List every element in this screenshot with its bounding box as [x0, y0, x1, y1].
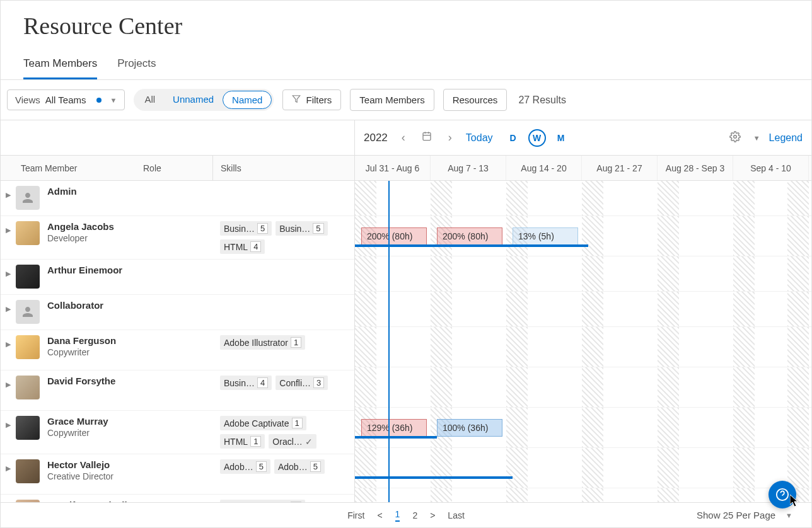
prev-period-icon[interactable]: ‹: [399, 129, 408, 147]
date-column[interactable]: Aug 7 - 13: [431, 156, 506, 180]
avatar: [16, 221, 40, 245]
timeline-row[interactable]: [355, 327, 811, 367]
skill-tag[interactable]: Adobe Illustrator1: [220, 335, 305, 350]
svg-marker-0: [293, 96, 301, 103]
allocation-bar[interactable]: 200% (80h): [437, 227, 502, 245]
member-role: Developer: [47, 233, 114, 243]
views-dropdown[interactable]: Views All Teams ▼: [7, 89, 125, 110]
page-prev[interactable]: <: [377, 510, 382, 520]
settings-chevron-icon[interactable]: ▼: [753, 134, 760, 142]
timeline-row[interactable]: [355, 256, 811, 292]
table-row[interactable]: ▶Collaborator: [1, 295, 354, 330]
resources-button[interactable]: Resources: [443, 89, 508, 111]
today-line: [388, 181, 390, 521]
member-name: Admin: [47, 186, 77, 197]
avatar: [16, 265, 40, 289]
table-row[interactable]: ▶Admin: [1, 181, 354, 216]
date-column[interactable]: Jul 31 - Aug 6: [355, 156, 431, 180]
page-next[interactable]: >: [430, 510, 435, 520]
skill-tag[interactable]: HTML4: [220, 239, 265, 254]
svg-rect-1: [423, 133, 431, 141]
allocation-bar[interactable]: 200% (80h): [361, 227, 427, 245]
member-name: Dana Ferguson: [47, 335, 116, 346]
view-mode-day[interactable]: D: [504, 129, 522, 147]
allocation-bar[interactable]: 13% (5h): [513, 227, 578, 245]
results-count: 27 Results: [518, 95, 566, 106]
legend-link[interactable]: Legend: [769, 132, 803, 144]
skill-tag[interactable]: Busin…5: [220, 221, 272, 236]
table-row[interactable]: ▶Angela JacobsDeveloperBusin…5Busin…5HTM…: [1, 216, 354, 260]
skills-cell: Adobe Captivate1HTML1Oracl…✓: [212, 416, 354, 449]
table-row[interactable]: ▶Arthur Einemoor: [1, 260, 354, 295]
calendar-icon[interactable]: [419, 129, 434, 147]
filter-unnamed[interactable]: Unnamed: [164, 91, 223, 109]
allocation-underbar: [355, 244, 588, 247]
timeline-row[interactable]: [355, 367, 811, 408]
date-column[interactable]: Sep 4 - 10: [733, 156, 809, 180]
skill-tag[interactable]: HTML1: [220, 434, 265, 449]
filter-all[interactable]: All: [136, 91, 164, 109]
table-row[interactable]: ▶Hector VallejoCreative DirectorAdob…5Ad…: [1, 454, 354, 495]
member-name: Grace Murray: [47, 416, 108, 427]
filter-named[interactable]: Named: [223, 91, 272, 109]
tab-projects[interactable]: Projects: [117, 57, 156, 79]
pagination: First < 1 2 > Last: [347, 509, 465, 522]
per-page-dropdown[interactable]: Show 25 Per Page ▼: [697, 510, 792, 520]
next-period-icon[interactable]: ›: [446, 129, 455, 147]
today-link[interactable]: Today: [466, 132, 493, 144]
settings-gear-icon[interactable]: [729, 131, 741, 144]
table-row[interactable]: ▶Dana FergusonCopywriterAdobe Illustrato…: [1, 330, 354, 370]
skill-tag[interactable]: Confli…3: [276, 376, 328, 390]
timeline-row[interactable]: [355, 181, 811, 216]
page-title: Resource Center: [1, 1, 811, 40]
skill-tag[interactable]: Busin…5: [276, 221, 327, 236]
svg-point-5: [733, 135, 736, 139]
allocation-bar[interactable]: 129% (36h): [361, 419, 427, 437]
expand-icon[interactable]: ▶: [1, 300, 16, 313]
member-name: Arthur Einemoor: [47, 265, 122, 275]
expand-icon[interactable]: ▶: [1, 221, 16, 234]
view-mode-week[interactable]: W: [528, 129, 546, 147]
col-header-member[interactable]: Team Member: [1, 163, 143, 173]
skill-tag[interactable]: Adobe Captivate1: [220, 416, 306, 430]
skills-cell: Busin…4Confli…3: [212, 376, 354, 390]
filter-icon: [292, 95, 301, 105]
col-header-role[interactable]: Role: [143, 163, 212, 173]
page-1[interactable]: 1: [395, 509, 400, 522]
tab-team-members[interactable]: Team Members: [23, 57, 97, 79]
status-dot-icon: [96, 98, 102, 103]
skill-tag[interactable]: Busin…4: [220, 376, 272, 390]
avatar: [16, 459, 40, 483]
expand-icon[interactable]: ▶: [1, 335, 16, 348]
timeline-year: 2022: [364, 132, 388, 144]
allocation-bar[interactable]: 100% (36h): [437, 419, 502, 437]
expand-icon[interactable]: ▶: [1, 186, 16, 199]
table-row[interactable]: ▶David ForsytheBusin…4Confli…3: [1, 370, 354, 411]
timeline-row[interactable]: [355, 448, 811, 488]
view-mode-month[interactable]: M: [552, 129, 570, 147]
table-row[interactable]: ▶Grace MurrayCopywriterAdobe Captivate1H…: [1, 411, 354, 454]
expand-icon[interactable]: ▶: [1, 376, 16, 389]
skill-tag[interactable]: Adob…5: [274, 459, 325, 474]
check-icon: ✓: [305, 437, 313, 447]
date-column[interactable]: Aug 14 - 20: [506, 156, 582, 180]
avatar: [16, 186, 40, 210]
skill-tag[interactable]: Oracl…✓: [269, 434, 316, 449]
team-members-button[interactable]: Team Members: [350, 89, 434, 111]
page-last[interactable]: Last: [448, 510, 464, 520]
member-name: Angela Jacobs: [47, 221, 114, 232]
date-column[interactable]: Aug 21 - 27: [582, 156, 658, 180]
timeline-row[interactable]: 129% (36h)100% (36h): [355, 408, 811, 448]
col-header-skills[interactable]: Skills: [212, 156, 354, 180]
expand-icon[interactable]: ▶: [1, 416, 16, 429]
expand-icon[interactable]: ▶: [1, 265, 16, 278]
timeline-row[interactable]: [355, 292, 811, 327]
expand-icon[interactable]: ▶: [1, 459, 16, 473]
date-column[interactable]: Aug 28 - Sep 3: [658, 156, 733, 180]
filters-button[interactable]: Filters: [282, 89, 341, 110]
skill-tag[interactable]: Adob…5: [220, 459, 270, 474]
page-first[interactable]: First: [347, 510, 364, 520]
page-2[interactable]: 2: [412, 510, 417, 520]
chevron-down-icon: ▼: [786, 512, 792, 519]
timeline-row[interactable]: 200% (80h)200% (80h)13% (5h): [355, 216, 811, 256]
